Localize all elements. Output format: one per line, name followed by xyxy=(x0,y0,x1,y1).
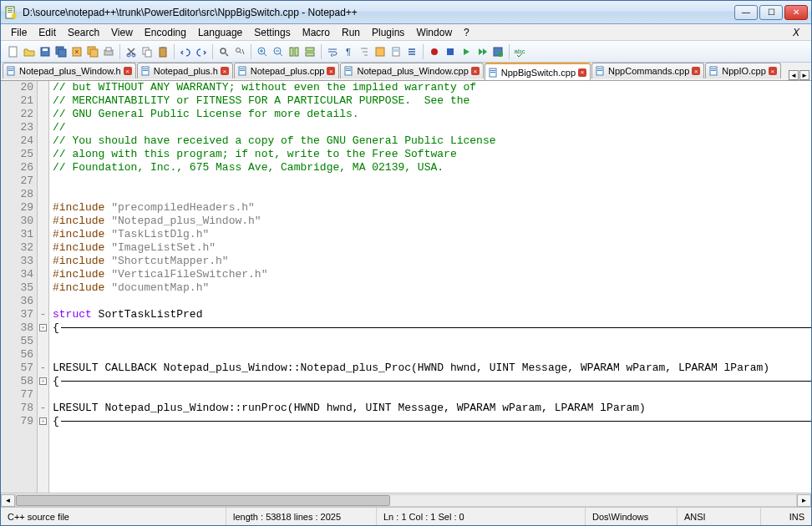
find-button[interactable] xyxy=(216,44,231,59)
svg-rect-1 xyxy=(8,8,13,9)
maximize-button[interactable]: ☐ xyxy=(759,5,783,20)
menu-file[interactable]: File xyxy=(6,25,32,40)
menu-x[interactable]: X xyxy=(786,27,806,38)
record-macro-button[interactable] xyxy=(427,44,442,59)
status-filetype: C++ source file xyxy=(1,508,226,525)
tab-0[interactable]: Notepad_plus_Window.h× xyxy=(3,63,136,78)
zoom-out-button[interactable] xyxy=(271,44,286,59)
play-macro-button[interactable] xyxy=(459,44,474,59)
save-button[interactable] xyxy=(38,44,53,59)
svg-rect-47 xyxy=(240,70,245,71)
scroll-right-arrow[interactable]: ► xyxy=(797,494,811,507)
sync-h-button[interactable] xyxy=(302,44,317,59)
svg-rect-20 xyxy=(160,48,166,57)
play-multi-button[interactable] xyxy=(475,44,490,59)
tab-close-icon[interactable]: × xyxy=(471,67,480,75)
tab-3[interactable]: Notepad_plus_Window.cpp× xyxy=(340,63,483,78)
scroll-thumb[interactable] xyxy=(16,495,390,506)
file-icon xyxy=(344,66,354,76)
status-position: Ln : 1 Col : 1 Sel : 0 xyxy=(377,508,586,525)
sync-v-button[interactable] xyxy=(287,44,302,59)
print-button[interactable] xyxy=(101,44,116,59)
cut-button[interactable] xyxy=(124,44,139,59)
undo-button[interactable] xyxy=(178,44,193,59)
menu-settings[interactable]: Settings xyxy=(249,25,295,40)
menu-edit[interactable]: Edit xyxy=(33,25,61,40)
svg-rect-56 xyxy=(597,70,602,71)
tab-label: NppCommands.cpp xyxy=(608,66,689,76)
file-icon xyxy=(238,66,248,76)
fold-column[interactable]: -+-+-+ xyxy=(38,81,49,493)
menu-macro[interactable]: Macro xyxy=(297,25,335,40)
tab-label: Notepad_plus_Window.cpp xyxy=(357,66,468,76)
tab-close-icon[interactable]: × xyxy=(769,67,777,75)
svg-point-4 xyxy=(12,13,17,18)
menu-encoding[interactable]: Encoding xyxy=(140,25,191,40)
horizontal-scrollbar[interactable]: ◄ ► xyxy=(1,493,811,507)
title-bar: D:\source\notepad++\trunk\PowerEditor\sr… xyxy=(1,1,811,24)
fold-toggle-icon[interactable]: + xyxy=(39,377,47,385)
tab-2[interactable]: Notepad_plus.cpp× xyxy=(234,63,340,78)
code-area[interactable]: // but WITHOUT ANY WARRANTY; without eve… xyxy=(49,81,811,493)
show-chars-button[interactable]: ¶ xyxy=(341,44,356,59)
doc-map-button[interactable] xyxy=(388,44,403,59)
user-lang-button[interactable] xyxy=(373,44,388,59)
menu-language[interactable]: Language xyxy=(193,25,247,40)
indent-guide-button[interactable] xyxy=(357,44,372,59)
menu-search[interactable]: Search xyxy=(63,25,104,40)
menu-plugins[interactable]: Plugins xyxy=(367,25,409,40)
tab-4[interactable]: NppBigSwitch.cpp× xyxy=(485,63,591,80)
svg-text:×: × xyxy=(74,48,79,56)
tab-close-icon[interactable]: × xyxy=(327,67,335,75)
menu-run[interactable]: Run xyxy=(337,25,365,40)
paste-button[interactable] xyxy=(155,44,170,59)
zoom-in-button[interactable] xyxy=(255,44,270,59)
tab-5[interactable]: NppCommands.cpp× xyxy=(591,63,704,78)
close-file-button[interactable]: × xyxy=(69,44,84,59)
tab-scroll-right[interactable]: ► xyxy=(799,70,809,80)
redo-button[interactable] xyxy=(194,44,209,59)
close-button[interactable]: ✕ xyxy=(784,5,808,20)
svg-rect-27 xyxy=(295,48,298,56)
close-all-button[interactable] xyxy=(85,44,100,59)
minimize-button[interactable]: — xyxy=(734,5,758,20)
save-all-button[interactable] xyxy=(53,44,69,59)
menu-help[interactable]: ? xyxy=(459,25,475,40)
window-title: D:\source\notepad++\trunk\PowerEditor\sr… xyxy=(23,7,734,18)
tab-close-icon[interactable]: × xyxy=(124,67,132,75)
tab-close-icon[interactable]: × xyxy=(221,67,229,75)
tab-close-icon[interactable]: × xyxy=(578,68,586,77)
svg-rect-3 xyxy=(8,12,13,13)
tab-close-icon[interactable]: × xyxy=(692,67,700,75)
svg-rect-2 xyxy=(8,10,13,11)
svg-rect-13 xyxy=(90,49,98,57)
copy-button[interactable] xyxy=(140,44,155,59)
function-list-button[interactable] xyxy=(404,44,419,59)
svg-rect-35 xyxy=(447,48,454,55)
menu-view[interactable]: View xyxy=(106,25,138,40)
fold-toggle-icon[interactable]: + xyxy=(39,324,47,331)
scroll-left-arrow[interactable]: ◄ xyxy=(1,494,15,507)
fold-toggle-icon[interactable]: + xyxy=(39,417,47,425)
toolbar: × ¶ abc xyxy=(1,41,811,63)
svg-rect-29 xyxy=(306,53,314,56)
editor[interactable]: 2021222324252627282930313233343536373855… xyxy=(1,81,811,493)
open-file-button[interactable] xyxy=(22,44,37,59)
tab-nav: ◄ ► xyxy=(789,70,809,80)
scroll-track[interactable] xyxy=(15,494,797,507)
menu-window[interactable]: Window xyxy=(411,25,457,40)
replace-button[interactable] xyxy=(232,44,247,59)
svg-rect-33 xyxy=(393,49,399,52)
wordwrap-button[interactable] xyxy=(325,44,340,59)
tab-6[interactable]: NppIO.cpp× xyxy=(705,63,781,78)
tab-label: Notepad_plus_Window.h xyxy=(19,66,121,76)
tab-scroll-left[interactable]: ◄ xyxy=(789,70,799,80)
tab-1[interactable]: Notepad_plus.h× xyxy=(137,63,233,78)
save-macro-button[interactable] xyxy=(490,44,505,59)
tab-label: NppBigSwitch.cpp xyxy=(501,68,576,78)
svg-rect-50 xyxy=(346,70,351,71)
new-file-button[interactable] xyxy=(6,44,21,59)
svg-rect-31 xyxy=(376,48,384,56)
spellcheck-button[interactable]: abc xyxy=(513,44,528,59)
stop-macro-button[interactable] xyxy=(443,44,458,59)
